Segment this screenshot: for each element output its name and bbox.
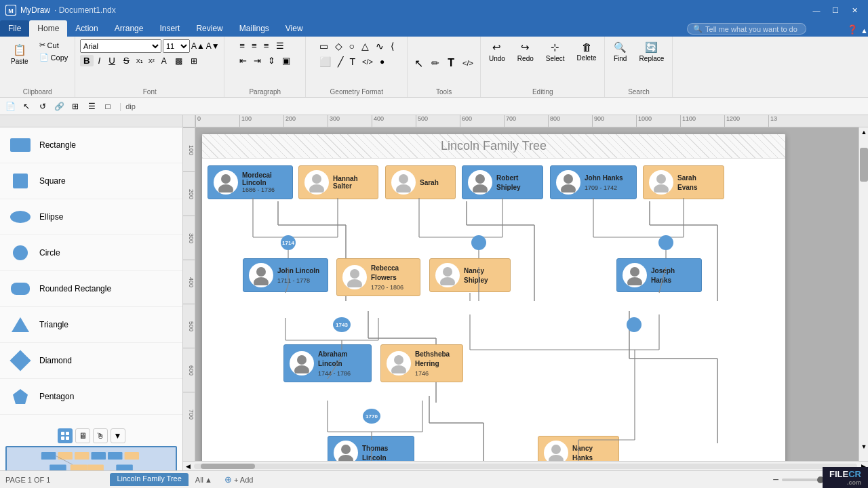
sidebar-item-square[interactable]: Square [0,163,182,199]
h-scrollbar-thumb[interactable] [201,464,255,469]
tb-new-button[interactable]: 📄 [3,99,18,114]
tab-file[interactable]: File [0,20,29,37]
find-button[interactable]: 🔍 Find [610,39,631,64]
pointer-tool[interactable]: ↖ [412,54,426,73]
shading-button[interactable]: ▣ [279,54,293,67]
geometry-btn6[interactable]: ⟨ [388,39,397,53]
person-sarah-evans[interactable]: Sarah Evans [643,165,724,199]
code-tool[interactable]: </> [460,56,476,70]
geometry-btn2[interactable]: ◇ [332,39,345,53]
align-right-button[interactable]: ≡ [261,39,272,52]
text-tool[interactable]: T [445,54,457,72]
tb-list-button[interactable]: ☰ [84,99,99,114]
copy-button[interactable]: 📄 Copy [37,52,71,63]
indent-right-button[interactable]: ⇥ [251,54,264,67]
increase-font-button[interactable]: A▲ [191,41,205,51]
search-input[interactable] [705,25,800,33]
tab-insert[interactable]: Insert [151,20,188,37]
paste-button[interactable]: 📋 Paste [4,39,35,69]
italic-button[interactable]: I [95,55,104,66]
line-spacing-button[interactable]: ⇕ [265,54,278,67]
underline-button[interactable]: U [105,55,119,66]
bold-button[interactable]: B [80,55,94,66]
preview-expand-button[interactable]: ▼ [111,428,125,443]
font-family-select[interactable]: Arial Times New Roman Calibri [80,39,161,53]
scroll-down-button[interactable]: ▼ [859,442,868,451]
tab-action[interactable]: Action [67,20,106,37]
tab-arrange[interactable]: Arrange [106,20,152,37]
preview-view3-button[interactable]: 🖱 [93,428,108,443]
person-thomas[interactable]: Thomas Lincoln [328,436,414,461]
scroll-up-button[interactable]: ▲ [859,127,868,137]
ribbon-search-box[interactable]: 🔍 [687,23,806,35]
highlight-button[interactable]: ▩ [172,56,186,66]
scroll-left-button[interactable]: ◀ [183,462,193,471]
person-joseph-hanks[interactable]: Joseph Hanks [616,258,702,292]
tb-link-button[interactable]: 🔗 [52,99,66,114]
list-button[interactable]: ☰ [273,39,287,52]
zoom-out-button[interactable]: − [772,474,778,485]
help-icon[interactable]: ❓ [847,24,858,35]
tab-mailings[interactable]: Mailings [231,20,277,37]
preview-view2-button[interactable]: 🖥 [75,428,90,443]
person-mordecai[interactable]: Mordecai Lincoln 1686 - 1736 [208,165,293,199]
person-john-lincoln[interactable]: John Lincoln 1711 - 1778 [243,258,328,292]
add-tab-button[interactable]: ⊕ + Add [219,473,258,486]
decrease-font-button[interactable]: A▼ [206,41,220,51]
more-geometry[interactable]: ● [377,56,387,68]
horizontal-scrollbar[interactable]: ◀ ▶ [183,461,868,470]
select-button[interactable]: ⊹ Select [542,39,569,64]
indent-left-button[interactable]: ⇤ [237,54,250,67]
sidebar-item-circle[interactable]: Circle [0,235,182,271]
sidebar-item-diamond[interactable]: Diamond [0,343,182,379]
tb-select-button[interactable]: ↖ [19,99,34,114]
line-button[interactable]: ╱ [335,55,346,68]
superscript-button[interactable]: X² [146,57,157,65]
preview-view1-button[interactable] [58,428,73,443]
person-nancy-shipley[interactable]: Nancy Shipley [429,258,511,292]
align-left-button[interactable]: ≡ [237,39,248,52]
sidebar-item-ellipse[interactable]: Ellipse [0,199,182,235]
sidebar-item-pentagon[interactable]: Pentagon [0,379,182,415]
redo-button[interactable]: ↪ Redo [513,39,538,64]
text-btn[interactable]: T [347,55,359,68]
align-center-button[interactable]: ≡ [249,39,260,52]
person-sarah[interactable]: Sarah [385,165,456,199]
delete-button[interactable]: 🗑 Delete [573,39,601,64]
v-scrollbar-thumb[interactable] [860,148,868,182]
person-rebecca[interactable]: Rebecca Flowers 1720 - 1806 [336,258,420,296]
tab-review[interactable]: Review [188,20,231,37]
pen-tool[interactable]: ✏ [429,55,442,71]
sidebar-item-triangle[interactable]: Triangle [0,307,182,343]
cut-button[interactable]: ✂ Cut [37,39,71,51]
person-hannah[interactable]: Hannah Salter [298,165,378,199]
tb-grid-button[interactable]: ⊞ [68,99,83,114]
close-button[interactable]: ✕ [846,3,863,17]
tb-rotate-button[interactable]: ↺ [35,99,50,114]
tab-all[interactable]: All ▲ [190,473,218,486]
minimize-button[interactable]: — [808,3,825,17]
sidebar-item-rounded-rectangle[interactable]: Rounded Rectangle [0,271,182,307]
formula-button[interactable]: </> [359,56,376,67]
replace-button[interactable]: 🔄 Replace [635,39,669,64]
maximize-button[interactable]: ☐ [827,3,844,17]
strikethrough-button[interactable]: S [120,55,133,66]
font-color-button[interactable]: A [158,56,170,66]
tab-lincoln-family-tree[interactable]: Lincoln Family Tree [110,473,188,486]
person-robert[interactable]: Robert Shipley [462,165,543,199]
geometry-btn1[interactable]: ▭ [317,39,331,53]
person-john-hanks[interactable]: John Hanks 1709 - 1742 [550,165,637,199]
vertical-scrollbar[interactable]: ▼ ▲ [859,127,868,461]
subscript-button[interactable]: X₁ [134,57,145,65]
person-abraham[interactable]: Abraham Lincoln 1744 - 1786 [283,344,372,382]
person-nancy-hanks[interactable]: Nancy Hanks [538,436,619,461]
sidebar-item-rectangle[interactable]: Rectangle [0,127,182,163]
fill-button[interactable]: ⬜ [317,55,334,68]
undo-button[interactable]: ↩ Undo [485,39,509,64]
geometry-btn4[interactable]: △ [359,39,372,53]
tb-view-button[interactable]: □ [100,99,115,114]
format-button[interactable]: ⊞ [187,56,201,66]
geometry-btn5[interactable]: ∿ [373,39,387,53]
font-size-select[interactable]: 11 12 14 [163,39,190,53]
canvas-scroll-area[interactable]: Lincoln Family Tree [195,127,859,461]
